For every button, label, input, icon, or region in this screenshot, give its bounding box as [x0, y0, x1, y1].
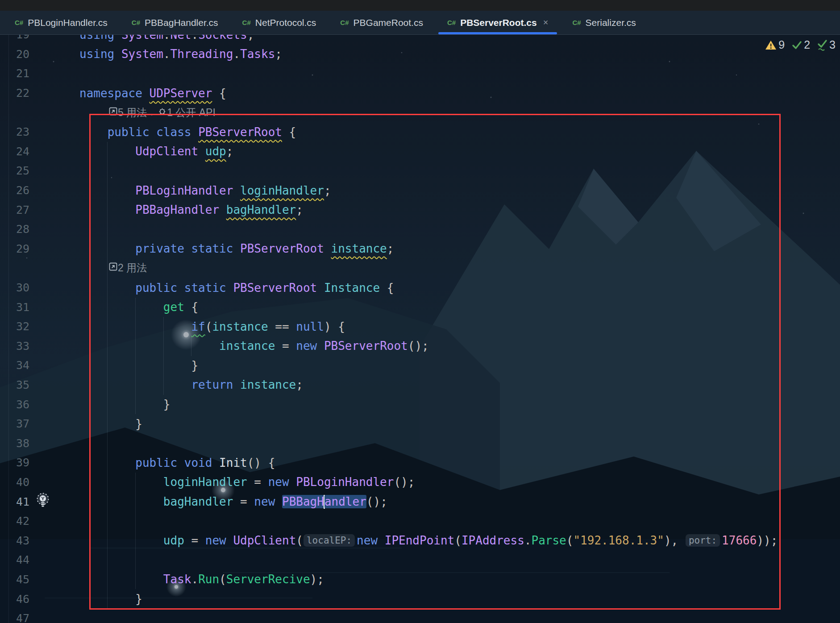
token: 17666: [722, 534, 757, 547]
token: () {: [247, 456, 275, 469]
token: PBBagH: [282, 495, 324, 508]
code-line-43[interactable]: 43 udp = new UdpClient(localEP:new IPEnd…: [0, 531, 840, 550]
usages-icon: [108, 262, 118, 271]
code-text: }: [79, 398, 170, 411]
line-number[interactable]: 45: [0, 573, 29, 586]
line-number[interactable]: 42: [0, 515, 29, 527]
line-number[interactable]: 44: [0, 553, 29, 566]
code-line-38[interactable]: 38: [0, 433, 840, 453]
tab-NetProtocol.cs[interactable]: C#NetProtocol.cs: [230, 11, 329, 34]
line-number[interactable]: 35: [0, 378, 29, 391]
line-number[interactable]: 37: [0, 417, 29, 430]
token: using: [79, 47, 121, 61]
inlay-hint-usages[interactable]: 5 用法: [108, 106, 147, 120]
code-line-30[interactable]: 30 public static PBServerRoot Instance {: [0, 278, 840, 298]
line-number[interactable]: 27: [0, 204, 29, 216]
token: ) {: [324, 320, 345, 333]
line-number[interactable]: 34: [0, 359, 29, 372]
line-number[interactable]: 21: [0, 67, 29, 80]
token: IPAddress: [462, 534, 524, 547]
code-line-28[interactable]: 28: [0, 220, 840, 239]
code-line-25[interactable]: 25: [0, 161, 840, 181]
code-line-41[interactable]: 41 bagHandler = new PBBagHandler();: [0, 492, 840, 511]
inlay-hint-api[interactable]: 1 公开 API: [158, 106, 216, 120]
tab-Serializer.cs[interactable]: C#Serializer.cs: [560, 11, 648, 34]
code-line-21[interactable]: 21: [0, 64, 840, 83]
code-line-20[interactable]: 20using System.Threading.Tasks;: [0, 45, 840, 64]
code-line-34[interactable]: 34 }: [0, 356, 840, 375]
weak-warning-count-badge[interactable]: 3: [817, 38, 836, 51]
token: "192.168.1.3": [573, 534, 664, 547]
line-number[interactable]: 28: [0, 223, 29, 236]
code-line-31[interactable]: 31 get {: [0, 297, 840, 317]
code-line-42[interactable]: 42: [0, 511, 840, 531]
code-line-32[interactable]: 32 if(instance == null) {: [0, 317, 840, 336]
token: UdpClient: [233, 534, 296, 547]
code-line-40[interactable]: 40 loginHandler = new PBLoginHandler();: [0, 473, 840, 492]
line-number[interactable]: 30: [0, 281, 29, 294]
token: =: [184, 534, 205, 547]
line-number[interactable]: 33: [0, 340, 29, 353]
line-number[interactable]: 31: [0, 301, 29, 314]
tab-PBServerRoot.cs[interactable]: C#PBServerRoot.cs×: [435, 11, 560, 34]
tab-PBLoginHandler.cs[interactable]: C#PBLoginHandler.cs: [3, 11, 120, 34]
code-line-46[interactable]: 46 }: [0, 589, 840, 609]
token: (: [454, 534, 462, 547]
editor-area[interactable]: 19using System.Net.Sockets;20using Syste…: [0, 35, 840, 623]
line-number[interactable]: 22: [0, 87, 29, 100]
code-line-24[interactable]: 24 UdpClient udp;: [0, 142, 840, 162]
code-line-33[interactable]: 33 instance = new PBServerRoot();: [0, 336, 840, 356]
line-number[interactable]: 47: [0, 612, 29, 623]
window-titlebar: [0, 0, 840, 11]
token: public static: [135, 281, 233, 295]
code-line-47[interactable]: 47: [0, 609, 840, 623]
line-number[interactable]: 20: [0, 48, 29, 61]
token: [79, 592, 135, 606]
token: bagHandler: [163, 495, 233, 508]
token: Task: [163, 573, 191, 586]
token: ==: [268, 320, 296, 333]
line-number[interactable]: 38: [0, 437, 29, 450]
code-line-36[interactable]: 36 }: [0, 395, 840, 414]
line-number[interactable]: 39: [0, 456, 29, 469]
line-number[interactable]: 29: [0, 242, 29, 255]
code-line-19[interactable]: 19using System.Net.Sockets;: [0, 35, 840, 45]
line-number[interactable]: 43: [0, 534, 29, 547]
close-tab-icon[interactable]: ×: [543, 17, 549, 28]
code-line-26[interactable]: 26 PBLoginHandler loginHandler;: [0, 181, 840, 200]
code-line-29[interactable]: 29 private static PBServerRoot instance;: [0, 239, 840, 259]
code-line-45[interactable]: 45 Task.Run(ServerRecive);: [0, 570, 840, 590]
line-number[interactable]: 40: [0, 476, 29, 489]
line-number[interactable]: 23: [0, 125, 29, 138]
line-number[interactable]: 36: [0, 398, 29, 411]
token: [79, 398, 163, 411]
code-line-44[interactable]: 44: [0, 550, 840, 570]
code-line-22[interactable]: 22namespace UDPServer {: [0, 83, 840, 103]
code-line-23[interactable]: 23 public class PBServerRoot {: [0, 122, 840, 142]
code-line-37[interactable]: 37 }: [0, 414, 840, 434]
line-number[interactable]: 24: [0, 145, 29, 158]
token: [79, 534, 163, 547]
code-line-27[interactable]: 27 PBBagHandler bagHandler;: [0, 200, 840, 220]
intention-bulb-icon[interactable]: [36, 492, 50, 510]
line-number[interactable]: 26: [0, 184, 29, 197]
inspection-widget[interactable]: 9 2 3: [761, 38, 836, 51]
token: (: [566, 534, 574, 547]
usages-icon: [108, 107, 118, 116]
token: UdpClient: [135, 145, 205, 158]
tab-PBGameRoot.cs[interactable]: C#PBGameRoot.cs: [328, 11, 435, 34]
warning-count-badge[interactable]: 9: [765, 38, 785, 51]
passed-count-badge[interactable]: 2: [791, 38, 810, 51]
line-number[interactable]: 41: [0, 495, 29, 508]
code-line-35[interactable]: 35 return instance;: [0, 375, 840, 395]
line-number[interactable]: 25: [0, 164, 29, 177]
line-number[interactable]: 19: [0, 35, 29, 41]
token: ;: [387, 242, 394, 255]
code-text: Task.Run(ServerRecive);: [79, 573, 324, 586]
line-number[interactable]: 32: [0, 320, 29, 333]
inlay-hint-usages[interactable]: 2 用法: [108, 261, 147, 275]
code-line-39[interactable]: 39 public void Init() {: [0, 453, 840, 473]
line-number[interactable]: 46: [0, 593, 29, 606]
token: PBServerRoot: [233, 281, 324, 295]
tab-PBBagHandler.cs[interactable]: C#PBBagHandler.cs: [120, 11, 230, 34]
